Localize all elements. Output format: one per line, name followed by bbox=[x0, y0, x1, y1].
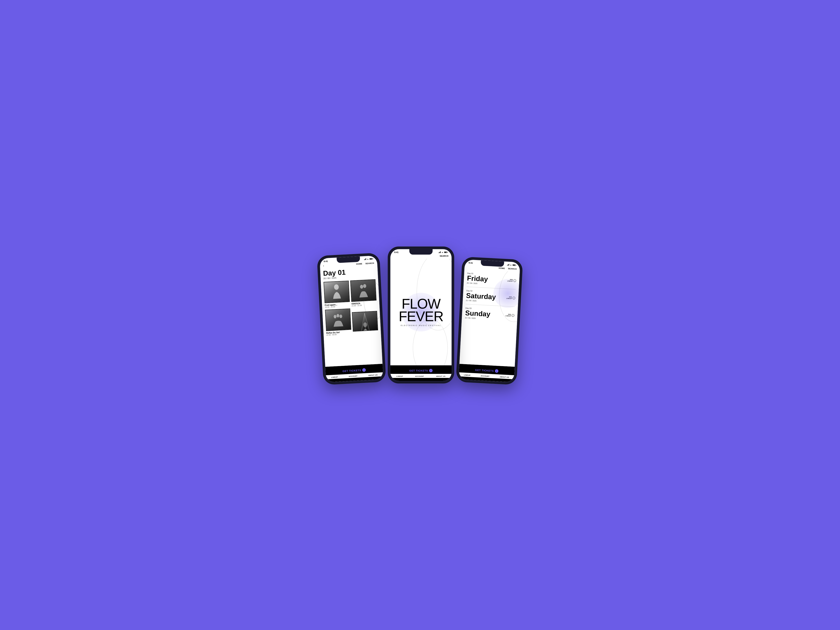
left-screen-content: Day 01 20 / 06 / 2025 bbox=[320, 266, 382, 367]
svg-point-3 bbox=[334, 315, 336, 319]
festival-name-line1: FLOW FEVER bbox=[399, 298, 443, 323]
bottom-bar-right: GET TICKETS › LINEUP ACCOUNT ABOUT US bbox=[458, 364, 515, 382]
see-lineup-arrow-02: › bbox=[512, 297, 515, 300]
see-lineup-arrow-03: › bbox=[512, 314, 515, 317]
schedule-day-01: Day 01 Friday SEE LINEUP › 20 / bbox=[467, 271, 516, 288]
see-lineup-01[interactable]: SEE LINEUP › bbox=[507, 279, 516, 282]
day-name-saturday: Saturday bbox=[466, 292, 496, 301]
phone-right: 9:41 ▲ bbox=[456, 257, 523, 385]
tab-account-left[interactable]: ACCOUNT bbox=[349, 375, 358, 377]
bottom-bar-center: GET TICKETS › LINEUP ACCOUNT ABOUT US bbox=[390, 365, 452, 381]
status-time-left: 9:41 bbox=[324, 260, 328, 262]
signal-icon-right bbox=[507, 264, 509, 265]
tab-lineup-center[interactable]: LINEUP bbox=[396, 376, 403, 377]
notch-center bbox=[409, 249, 433, 254]
get-tickets-arrow-right: › bbox=[495, 369, 499, 373]
home-indicator-left bbox=[347, 378, 362, 379]
wifi-icon-center: ▲ bbox=[442, 251, 443, 253]
home-indicator-right bbox=[479, 378, 494, 379]
svg-point-5 bbox=[339, 314, 343, 318]
phone-center: 9:41 ▲ SEARCH bbox=[388, 247, 454, 383]
tab-about-right[interactable]: ABOUT US bbox=[500, 376, 509, 378]
phone-left: 9:41 ▲ ‹ bbox=[317, 253, 386, 385]
get-tickets-label-center: GET TICKETS bbox=[409, 369, 428, 372]
festival-subtitle: ELECTRONIC MUSIC FESTIVAL bbox=[399, 324, 443, 327]
wifi-icon-right: ▲ bbox=[510, 264, 512, 266]
phone-right-screen: 9:41 ▲ bbox=[458, 259, 520, 382]
tab-account-center[interactable]: ACCOUNT bbox=[415, 376, 424, 377]
tab-lineup-right[interactable]: LINEUP bbox=[464, 374, 471, 376]
nav-search-center[interactable]: SEARCH bbox=[440, 255, 448, 257]
get-tickets-label-right: GET TICKETS bbox=[475, 368, 494, 372]
svg-point-0 bbox=[334, 284, 339, 290]
signal-icon-left bbox=[364, 259, 366, 260]
artist-photo-stage bbox=[352, 311, 378, 332]
get-tickets-arrow-center: › bbox=[429, 369, 433, 372]
festival-title: FLOW FEVER ELECTRONIC MUSIC FESTIVAL bbox=[399, 298, 443, 327]
day-title-section: Day 01 20 / 06 / 2025 bbox=[323, 266, 375, 280]
wifi-icon-left: ▲ bbox=[367, 258, 369, 260]
status-time-center: 9:41 bbox=[394, 251, 398, 253]
tab-about-left[interactable]: ABOUT US bbox=[368, 374, 378, 376]
see-lineup-02[interactable]: SEE LINEUP › bbox=[506, 296, 515, 300]
phones-container: 9:41 ▲ ‹ bbox=[320, 247, 520, 383]
artist-photo-fred bbox=[324, 281, 350, 303]
status-icons-center: ▲ bbox=[439, 251, 448, 253]
artist-photo-odesza bbox=[350, 279, 377, 302]
nav-search-left[interactable]: SEARCH bbox=[365, 262, 374, 264]
phone-center-screen: 9:41 ▲ SEARCH bbox=[390, 249, 452, 381]
right-screen-content: Day 01 Friday SEE LINEUP › 20 / bbox=[459, 269, 520, 367]
nav-bar-center: SEARCH bbox=[390, 254, 452, 259]
artist-card-odesza: ODESZA 21:00 - 22:30 bbox=[350, 279, 377, 307]
status-icons-right: ▲ bbox=[507, 264, 516, 266]
artists-grid: Fred again... 19:30 - 21:00 bbox=[324, 279, 378, 336]
svg-point-2 bbox=[363, 284, 366, 288]
nav-home-right[interactable]: HOME bbox=[499, 267, 505, 270]
get-tickets-arrow-left: › bbox=[362, 368, 366, 372]
artist-photo-rufus bbox=[325, 308, 351, 331]
nav-search-right[interactable]: SEARCH bbox=[508, 268, 517, 270]
center-screen-content: FLOW FEVER ELECTRONIC MUSIC FESTIVAL bbox=[390, 259, 452, 365]
tab-bar-center: LINEUP ACCOUNT ABOUT US bbox=[390, 374, 452, 378]
get-tickets-button-center[interactable]: GET TICKETS › bbox=[390, 367, 452, 374]
signal-icon-center bbox=[439, 251, 441, 253]
battery-icon-left bbox=[369, 258, 373, 260]
battery-icon-center bbox=[444, 251, 448, 253]
status-time-right: 9:41 bbox=[469, 262, 473, 264]
see-lineup-arrow-01: › bbox=[513, 279, 516, 282]
nav-home-left[interactable]: HOME bbox=[356, 262, 363, 265]
see-lineup-03[interactable]: SEE LINEUP › bbox=[505, 313, 514, 317]
artist-card-rufus: Rüfüs Du Sol 22:30 - 00:00 bbox=[325, 308, 351, 336]
artist-card-fred: Fred again... 19:30 - 21:00 bbox=[324, 281, 350, 308]
svg-point-1 bbox=[360, 285, 363, 289]
tab-account-right[interactable]: ACCOUNT bbox=[481, 375, 489, 377]
tab-lineup-left[interactable]: LINEUP bbox=[331, 376, 338, 378]
phone-left-screen: 9:41 ▲ ‹ bbox=[320, 256, 384, 382]
day-name-sunday: Sunday bbox=[465, 309, 491, 318]
back-button-left[interactable]: ‹ bbox=[323, 264, 324, 267]
home-indicator-center bbox=[413, 379, 429, 379]
get-tickets-label-left: GET TICKETS bbox=[343, 369, 361, 373]
day-name-friday: Friday bbox=[467, 275, 488, 283]
bottom-bar-left: GET TICKETS › LINEUP ACCOUNT ABOUT US bbox=[325, 364, 384, 382]
artist-card-stage bbox=[352, 307, 378, 335]
status-icons-left: ▲ bbox=[364, 258, 373, 260]
svg-point-9 bbox=[363, 322, 367, 327]
schedule-day-03: Day 03 Sunday SEE LINEUP › 22 / bbox=[465, 305, 515, 323]
svg-point-4 bbox=[336, 314, 339, 317]
tab-about-center[interactable]: ABOUT US bbox=[436, 376, 445, 377]
schedule-day-02: Day 02 Saturday SEE LINEUP › 21 bbox=[466, 288, 516, 306]
battery-icon-right bbox=[512, 264, 516, 266]
